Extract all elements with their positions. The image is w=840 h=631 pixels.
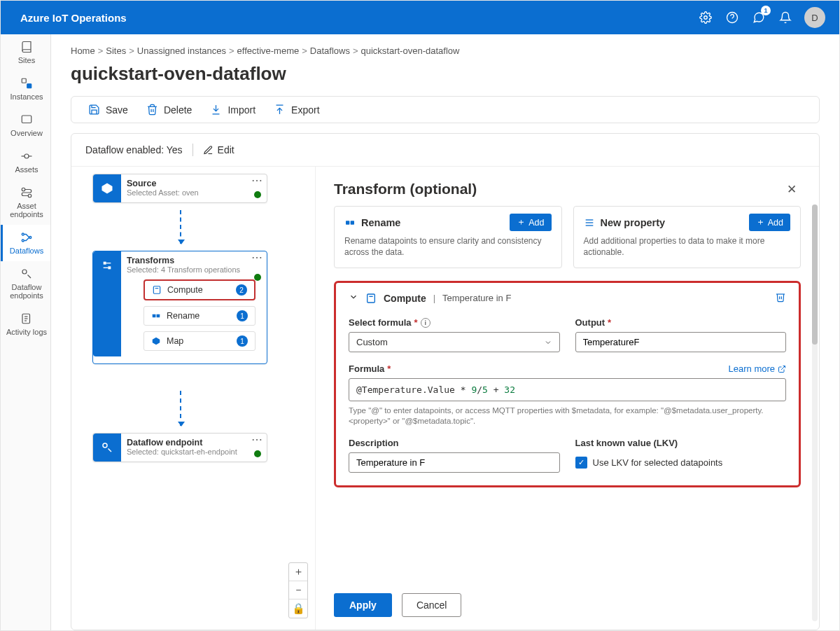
zoom-in-button[interactable]: ＋	[289, 563, 307, 581]
svg-point-9	[22, 188, 25, 191]
cancel-button[interactable]: Cancel	[402, 593, 462, 617]
newprop-add-button[interactable]: ＋ Add	[749, 214, 790, 231]
product-title: Azure IoT Operations	[20, 12, 127, 24]
svg-point-10	[28, 194, 31, 197]
sidebar-item-label: Assets	[15, 165, 38, 174]
sidebar-item-dataflow-endpoints[interactable]: Dataflow endpoints	[1, 261, 50, 306]
settings-icon[interactable]	[692, 4, 719, 31]
rename-add-button[interactable]: ＋ Add	[510, 214, 551, 231]
breadcrumb-item[interactable]: effective-meme	[237, 46, 300, 56]
sidebar-item-overview[interactable]: Overview	[1, 107, 50, 144]
zoom-out-button[interactable]: －	[289, 581, 307, 599]
zoom-controls: ＋ － 🔒	[288, 562, 308, 618]
svg-line-39	[781, 366, 785, 370]
scrollbar-thumb[interactable]	[812, 204, 818, 345]
feedback-icon[interactable]: 1	[746, 4, 772, 31]
edit-button[interactable]: Edit	[203, 144, 234, 155]
sidebar-item-label: Activity logs	[6, 328, 47, 336]
delete-compute-icon[interactable]	[775, 291, 786, 305]
panel-title: Transform (optional)	[334, 181, 477, 197]
dataflow-canvas[interactable]: Source Selected Asset: oven ⋯	[71, 167, 315, 630]
breadcrumb: Home> Sites> Unassigned instances> effec…	[71, 46, 820, 56]
more-icon[interactable]: ⋯	[251, 177, 262, 184]
svg-marker-21	[102, 183, 113, 194]
delete-button[interactable]: Delete	[146, 104, 192, 116]
transform-op-compute[interactable]: Compute 2	[144, 279, 255, 300]
svg-rect-32	[346, 221, 349, 224]
bell-icon[interactable]	[772, 4, 799, 31]
page-title: quickstart-oven-dataflow	[71, 63, 820, 85]
formula-hint: Type "@" to enter datapoints, or access …	[349, 405, 786, 427]
svg-rect-26	[153, 286, 160, 294]
more-icon[interactable]: ⋯	[251, 254, 262, 261]
help-icon[interactable]	[719, 4, 746, 31]
graph-node-transforms[interactable]: Transforms Selected: 4 Transform operati…	[92, 251, 267, 364]
sidebar-item-sites[interactable]: Sites	[1, 34, 50, 71]
export-button[interactable]: Export	[274, 104, 319, 116]
svg-rect-5	[22, 116, 31, 123]
info-icon[interactable]: i	[421, 318, 430, 328]
sidebar-item-label: Instances	[10, 92, 43, 101]
sidebar-item-dataflows[interactable]: Dataflows	[1, 225, 50, 261]
sidebar-item-label: Dataflows	[10, 247, 43, 255]
newprop-card: New property ＋ Add Add additional proper…	[573, 206, 802, 268]
zoom-lock-button[interactable]: 🔒	[289, 599, 307, 618]
save-button[interactable]: Save	[88, 104, 128, 116]
svg-point-31	[103, 443, 107, 448]
close-icon[interactable]: ✕	[787, 182, 797, 197]
command-bar: Save Delete Import Export	[71, 96, 820, 123]
breadcrumb-current: quickstart-oven-dataflow	[360, 46, 459, 56]
lkv-checkbox[interactable]: ✓ Use LKV for selected datapoints	[575, 457, 787, 469]
svg-rect-29	[157, 314, 160, 318]
status-ok-icon	[254, 450, 261, 457]
graph-node-endpoint[interactable]: Dataflow endpoint Selected: quickstart-e…	[92, 433, 267, 462]
formula-select[interactable]: Custom	[349, 332, 560, 352]
status-ok-icon	[254, 274, 261, 281]
svg-rect-4	[27, 84, 31, 88]
description-input[interactable]	[349, 452, 560, 473]
status-ok-icon	[254, 191, 261, 198]
learn-more-link[interactable]: Learn more	[729, 363, 786, 374]
sidebar-item-label: Sites	[18, 56, 35, 64]
output-input[interactable]	[575, 332, 787, 352]
svg-point-0	[704, 16, 708, 20]
sidebar-item-label: Overview	[10, 129, 43, 137]
notification-badge: 1	[761, 6, 771, 15]
svg-rect-22	[104, 262, 106, 265]
top-header: Azure IoT Operations 1 D	[1, 1, 839, 34]
sidebar-item-instances[interactable]: Instances	[1, 71, 50, 107]
apply-button[interactable]: Apply	[334, 593, 392, 617]
compute-icon	[365, 293, 377, 304]
svg-point-11	[22, 233, 24, 235]
svg-rect-33	[351, 221, 354, 224]
sidebar-item-assets[interactable]: Assets	[1, 144, 50, 180]
transform-op-map[interactable]: Map 1	[144, 331, 255, 351]
import-button[interactable]: Import	[210, 104, 255, 116]
breadcrumb-item[interactable]: Home	[71, 46, 95, 56]
graph-node-source[interactable]: Source Selected Asset: oven ⋯	[92, 174, 267, 203]
sidebar-item-label: Asset endpoints	[3, 202, 50, 219]
rename-card: Rename ＋ Add Rename datapoints to ensure…	[334, 206, 562, 268]
compute-form: Compute | Temperature in F Select formul…	[334, 281, 801, 487]
svg-rect-28	[153, 314, 156, 318]
svg-point-12	[22, 240, 24, 242]
transform-op-rename[interactable]: Rename 1	[144, 306, 255, 326]
breadcrumb-item[interactable]: Dataflows	[310, 46, 350, 56]
chevron-down-icon	[544, 338, 552, 347]
svg-rect-37	[368, 294, 375, 303]
svg-point-6	[24, 154, 29, 158]
formula-input[interactable]: @Temperature.Value * 9/5 + 32	[349, 378, 786, 401]
breadcrumb-item[interactable]: Unassigned instances	[137, 46, 226, 56]
sidebar-item-asset-endpoints[interactable]: Asset endpoints	[1, 180, 50, 225]
breadcrumb-item[interactable]: Sites	[106, 46, 126, 56]
collapse-icon[interactable]	[349, 292, 358, 304]
sidebar-item-activity-logs[interactable]: Activity logs	[1, 306, 50, 342]
sidebar-nav: Sites Instances Overview Assets Asset en…	[1, 34, 51, 630]
svg-marker-30	[153, 338, 160, 345]
svg-point-14	[22, 270, 27, 274]
transform-panel: Transform (optional) ✕ Rename ＋ Add	[315, 167, 819, 630]
more-icon[interactable]: ⋯	[251, 436, 262, 443]
svg-rect-3	[22, 78, 26, 83]
avatar[interactable]: D	[804, 7, 825, 28]
sidebar-item-label: Dataflow endpoints	[3, 283, 50, 300]
